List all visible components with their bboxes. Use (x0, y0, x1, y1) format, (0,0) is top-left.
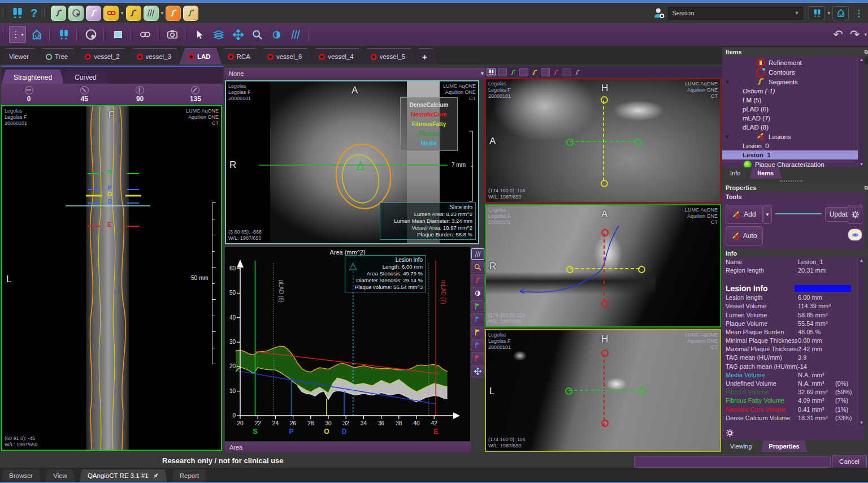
collapse-icon[interactable]: ▼ (724, 79, 730, 85)
layout-reset-button[interactable] (832, 6, 849, 20)
graph-metric-select[interactable]: Area▼ (225, 442, 479, 452)
app-module-icon-3[interactable] (86, 6, 101, 21)
toolbar-grip[interactable] (3, 7, 6, 19)
toolbar-grip[interactable] (44, 7, 47, 19)
tab-vessel_5[interactable]: vessel_5 (362, 48, 416, 64)
cancel-button[interactable]: Cancel (832, 455, 867, 468)
crosshair-handle[interactable] (635, 139, 642, 146)
angle-135-button[interactable]: 135 (168, 84, 223, 105)
undo-button[interactable]: ↶ (833, 28, 843, 41)
tree-item-lesion-1-selected[interactable]: Lesion_1 (722, 150, 865, 159)
straightened-vessel-view[interactable]: LegolasLegolas F20000101 LUMC AqONEAquil… (1, 105, 222, 451)
app-module-icon-8[interactable] (183, 6, 198, 21)
chevron-down-icon[interactable]: ▾ (864, 32, 867, 37)
crosshair-handle[interactable] (638, 266, 645, 273)
session-select[interactable]: Session ▼ (668, 7, 803, 20)
crosshair-handle[interactable] (639, 387, 646, 395)
marker-d-label[interactable]: D (107, 198, 112, 205)
view2-toggle-button[interactable] (519, 68, 528, 76)
zoom-tool-button[interactable] (249, 26, 266, 43)
tab-qangioct[interactable]: QAngioCT RE 3.1 #1 (80, 469, 167, 482)
marker-o-label[interactable]: O (107, 191, 112, 197)
titlebar-menu-button[interactable]: ⋮ (850, 5, 867, 21)
crosshair-horizontal[interactable] (568, 390, 640, 391)
tree-item-lesions[interactable]: ▼ D Lesions (722, 132, 865, 141)
tab-items[interactable]: Items (749, 167, 782, 179)
marker-p-flag-button[interactable] (471, 313, 485, 325)
layout-columns-icon[interactable] (9, 5, 26, 21)
contrast-button[interactable] (471, 287, 485, 299)
view1-contour-button[interactable] (509, 68, 517, 76)
crosshair-vertical[interactable] (604, 234, 605, 301)
tab-vessel_2[interactable]: vessel_2 (76, 48, 131, 64)
crosshair-handle[interactable] (601, 300, 609, 308)
undock-icon[interactable]: ⧉ (865, 49, 868, 55)
tab-straightened[interactable]: Straightened (1, 70, 64, 85)
overlay-select[interactable]: None▼ (224, 68, 489, 79)
scroll-slices-button[interactable] (210, 26, 227, 43)
tab-browser[interactable]: Browser (1, 469, 41, 482)
collapse-icon[interactable]: ▼ (724, 133, 730, 140)
link-views-button[interactable] (137, 26, 154, 43)
tree-item-plaque-characterization[interactable]: Plaque Characterization (722, 159, 865, 167)
view4-contour-button[interactable] (574, 68, 581, 76)
angle-90-button[interactable]: 90 (112, 84, 168, 105)
tab-info[interactable]: Info (722, 167, 748, 179)
transverse-view-1[interactable]: LegolasLegolas F20000101 LUMC AqONEAquil… (485, 78, 721, 203)
viewer-menu-button[interactable]: ⋮▾ (9, 26, 26, 43)
help-button[interactable]: ? (27, 7, 41, 20)
crosshair-handle[interactable] (565, 387, 572, 395)
add-tab-button[interactable]: + (413, 48, 439, 64)
magnify-tool-button[interactable] (471, 261, 485, 273)
views-layout-button[interactable] (487, 68, 496, 76)
visibility-toggle[interactable] (848, 228, 862, 241)
view2-contour-button[interactable] (531, 68, 539, 76)
area-graph-panel[interactable]: Area (mm^2) pLAD (6)mLAD (7)SPODE2022242… (225, 247, 470, 441)
tree-item-mlad[interactable]: mLAD (7) (722, 114, 865, 123)
undock-icon[interactable]: ⧉ (865, 185, 868, 191)
marker-o-flag-button[interactable] (471, 326, 485, 338)
crosshair-handle[interactable] (601, 420, 609, 427)
tab-lad[interactable]: LAD (179, 48, 222, 64)
marker-s-flag-button[interactable] (471, 300, 485, 312)
app-module-icon-1[interactable] (51, 6, 66, 21)
layout-columns-button[interactable] (55, 26, 72, 43)
tab-viewer[interactable]: Viewer (0, 48, 40, 64)
info-scrollbar[interactable]: ▲▼ (858, 257, 865, 426)
snapshot-button[interactable] (164, 26, 181, 43)
longitudinal-view-2[interactable]: LegolasLegolas F20000101 LUMC AqONEAquil… (485, 204, 721, 327)
chevron-down-icon[interactable]: ▾ (827, 10, 830, 16)
marker-d-flag-button[interactable] (471, 339, 485, 351)
lesion-settings-button[interactable] (848, 205, 862, 224)
view4-toggle-button[interactable] (562, 68, 571, 76)
view3-toggle-button[interactable] (541, 68, 550, 76)
pan-tool-button[interactable] (229, 26, 246, 43)
angle-0-button[interactable]: 0 (1, 84, 57, 105)
curve-edit-button[interactable] (471, 274, 485, 286)
tab-vessel_6[interactable]: vessel_6 (258, 48, 313, 64)
app-module-icon-7[interactable] (166, 6, 181, 21)
tree-item-lm[interactable]: LM (5) (722, 96, 865, 105)
tree-item-segments[interactable]: ▼ Segments (722, 77, 865, 87)
crosshair-handle[interactable] (601, 96, 608, 104)
lesion-length-slider[interactable] (775, 213, 822, 214)
add-lesion-button[interactable]: D Add (726, 205, 763, 224)
marker-e-flag-button[interactable] (471, 352, 485, 364)
view3-contour-button[interactable] (552, 68, 560, 76)
view1-toggle-button[interactable] (498, 68, 507, 76)
tree-scrollbar[interactable]: ▲▼ (858, 57, 865, 167)
mpr-stack-button[interactable] (287, 26, 304, 43)
redo-button[interactable]: ↷ (850, 28, 860, 41)
tab-tree[interactable]: Tree (37, 48, 79, 64)
crosshair-handle[interactable] (566, 139, 574, 146)
longitudinal-view-3[interactable]: LegolasLegolas F20000101 LUMC AqONEAquil… (485, 329, 721, 452)
chevron-down-icon[interactable]: ▾ (161, 10, 164, 16)
tree-item-plad[interactable]: pLAD (6) (722, 105, 865, 114)
app-module-icon-5[interactable] (126, 6, 141, 21)
auto-lesion-button[interactable]: D Auto (726, 226, 763, 245)
tab-curved[interactable]: Curved (62, 70, 109, 85)
window-tile-button[interactable] (110, 26, 127, 43)
tree-item-contours[interactable]: Contours (722, 67, 865, 77)
probe-tool-button[interactable] (83, 26, 99, 43)
reset-view-button[interactable] (28, 26, 45, 43)
